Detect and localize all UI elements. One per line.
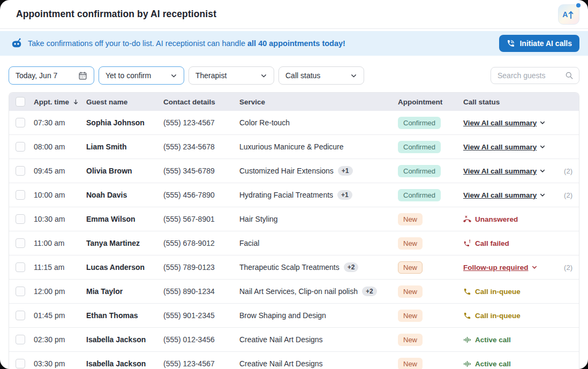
appt-time: 11:00 am xyxy=(34,239,86,247)
table-row: 07:30 amSophia Johnson(555) 123-4567Colo… xyxy=(9,111,579,135)
appointment-status-badge: Confirmed xyxy=(398,165,441,177)
additional-services-pill[interactable]: +1 xyxy=(338,166,353,176)
therapist-filter[interactable]: Therapist xyxy=(189,66,274,85)
table-row: 10:00 amNoah Davis(555) 456-7890Hydratin… xyxy=(9,183,579,207)
row-checkbox[interactable] xyxy=(16,335,25,344)
date-filter[interactable]: Today, Jun 7 xyxy=(9,66,94,85)
view-ai-call-summary-link[interactable]: View AI call summary xyxy=(463,143,546,151)
contact-phone: (555) 890-1234 xyxy=(163,287,239,296)
service-name: Creative Nail Art Designs xyxy=(239,359,398,368)
service-name: Therapeutic Scalp Treatments+2 xyxy=(239,262,398,272)
appt-time: 01:45 pm xyxy=(34,311,86,320)
row-checkbox[interactable] xyxy=(16,359,25,368)
service-name: Creative Nail Art Designs xyxy=(239,335,398,344)
appt-time: 03:30 pm xyxy=(34,359,86,368)
select-all-checkbox[interactable] xyxy=(16,97,25,107)
additional-services-pill[interactable]: +2 xyxy=(362,287,377,296)
service-name: Brow Shaping and Design xyxy=(239,311,398,320)
appointment-status-badge: Confirmed xyxy=(398,141,441,153)
call-status-inqueue: Call in-queue xyxy=(463,312,521,320)
additional-services-pill[interactable]: +2 xyxy=(344,262,359,272)
appt-time: 07:30 am xyxy=(34,118,86,127)
robot-icon xyxy=(11,37,22,49)
call-status-active: Active call xyxy=(463,360,511,368)
guest-name: Mia Taylor xyxy=(86,287,163,296)
row-checkbox[interactable] xyxy=(16,238,25,248)
ai-banner: Take confirmations off your to-do list. … xyxy=(0,31,588,56)
call-status-filter[interactable]: Call status xyxy=(278,66,364,85)
view-ai-call-summary-link[interactable]: View AI call summary xyxy=(463,191,546,199)
table-body: 07:30 amSophia Johnson(555) 123-4567Colo… xyxy=(9,111,579,369)
additional-services-pill[interactable]: +1 xyxy=(337,190,352,200)
table-row: 01:45 pmEthan Thomas(555) 901-2345Brow S… xyxy=(9,304,579,328)
confirm-status-filter[interactable]: Yet to confirm xyxy=(99,66,184,85)
chevron-down-icon xyxy=(539,144,546,150)
table-row: 02:30 pmIsabella Jackson(555) 012-3456Cr… xyxy=(9,328,579,352)
contact-phone: (555) 123-4567 xyxy=(163,359,239,368)
call-status-active: Active call xyxy=(463,336,511,344)
appointment-status-badge: New xyxy=(398,358,423,369)
row-checkbox[interactable] xyxy=(16,166,25,176)
call-failed-icon xyxy=(463,239,471,247)
row-checkbox[interactable] xyxy=(16,262,25,272)
contact-phone: (555) 789-0123 xyxy=(163,263,239,272)
chevron-down-icon xyxy=(539,192,546,198)
table-row: 10:30 amEmma Wilson(555) 567-8901Hair St… xyxy=(9,207,579,231)
table-row: 12:00 pmMia Taylor(555) 890-1234Nail Art… xyxy=(9,280,579,304)
active-call-waveform-icon xyxy=(463,336,471,344)
appt-time: 10:00 am xyxy=(34,191,86,199)
table-row: 03:30 pmIsabella Jackson(555) 123-4567Cr… xyxy=(9,352,579,369)
app-window: Appointment confirmation by AI reception… xyxy=(0,0,588,369)
chevron-down-icon xyxy=(531,264,538,270)
row-checkbox[interactable] xyxy=(16,142,25,152)
guest-search xyxy=(491,67,579,84)
chevron-down-icon xyxy=(539,119,546,126)
appt-time: 09:45 am xyxy=(34,167,86,175)
column-contact-details: Contact details xyxy=(163,98,239,106)
guest-name: Isabella Jackson xyxy=(86,335,163,344)
banner-message-highlight: all 40 appointments today! xyxy=(247,39,345,48)
column-guest-name: Guest name xyxy=(86,98,163,106)
search-icon[interactable] xyxy=(565,71,574,80)
appointment-status-badge: New xyxy=(398,285,423,298)
appointment-status-badge: New xyxy=(398,334,423,346)
guest-name: Lucas Anderson xyxy=(86,263,163,272)
row-checkbox[interactable] xyxy=(16,311,25,320)
appointment-status-badge: Confirmed xyxy=(398,189,441,201)
call-count: (2) xyxy=(557,167,579,175)
appointment-status-badge: New xyxy=(398,261,423,274)
service-name: Hydrating Facial Treatments+1 xyxy=(239,190,398,200)
contact-phone: (555) 456-7890 xyxy=(163,191,239,199)
view-ai-call-summary-link[interactable]: View AI call summary xyxy=(463,119,546,127)
sort-descending-icon xyxy=(72,99,79,106)
call-in-queue-icon xyxy=(463,312,471,320)
contact-phone: (555) 123-4567 xyxy=(163,118,239,127)
contact-phone: (555) 012-3456 xyxy=(163,335,239,344)
service-name: Color Re-touch xyxy=(239,118,398,127)
column-appointment: Appointment xyxy=(398,98,463,106)
guest-name: Olivia Brown xyxy=(86,167,163,175)
initiate-ai-calls-button[interactable]: Initiate AI calls xyxy=(499,35,579,52)
calendar-icon xyxy=(78,71,87,80)
row-checkbox[interactable] xyxy=(16,118,25,127)
call-status-inqueue: Call in-queue xyxy=(463,288,521,296)
row-checkbox[interactable] xyxy=(16,190,25,200)
column-appt-time[interactable]: Appt. time xyxy=(34,98,86,106)
ai-assistant-badge[interactable]: A xyxy=(558,4,579,25)
service-name: Luxurious Manicure & Pedicure xyxy=(239,142,398,151)
guest-name: Isabella Jackson xyxy=(86,359,163,368)
row-checkbox[interactable] xyxy=(16,287,25,296)
row-checkbox[interactable] xyxy=(16,214,25,224)
follow-up-required-link[interactable]: Follow-up required xyxy=(463,263,538,272)
view-ai-call-summary-link[interactable]: View AI call summary xyxy=(463,167,546,175)
chevron-down-icon xyxy=(170,72,177,79)
missed-call-icon xyxy=(463,215,471,223)
appt-time: 02:30 pm xyxy=(34,335,86,344)
guest-name: Emma Wilson xyxy=(86,215,163,223)
column-service: Service xyxy=(239,98,398,106)
search-input[interactable] xyxy=(496,71,562,80)
table-row: 11:15 amLucas Anderson(555) 789-0123Ther… xyxy=(9,255,579,280)
contact-phone: (555) 678-9012 xyxy=(163,239,239,247)
call-count: (2) xyxy=(557,263,579,272)
guest-name: Sophia Johnson xyxy=(86,118,163,127)
